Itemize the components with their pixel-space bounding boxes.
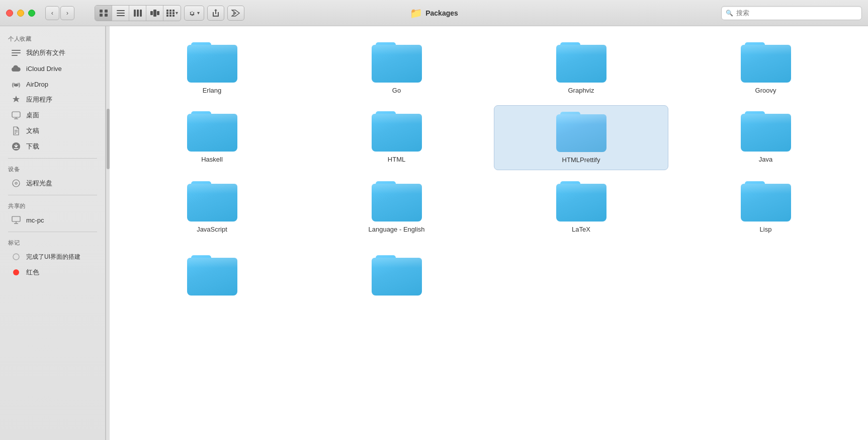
svg-rect-20 xyxy=(169,15,171,17)
folder-graphviz[interactable]: Graphviz xyxy=(494,36,668,100)
folder-javascript[interactable]: JavaScript xyxy=(125,175,299,239)
back-button[interactable]: ‹ xyxy=(45,6,59,20)
svg-rect-19 xyxy=(166,15,168,17)
list-view-button[interactable] xyxy=(112,6,129,21)
folder-lisp[interactable]: Lisp xyxy=(678,175,853,239)
close-button[interactable] xyxy=(6,10,13,17)
icon-view-button[interactable] xyxy=(95,6,112,21)
svg-rect-18 xyxy=(172,12,175,14)
svg-rect-37 xyxy=(12,216,20,222)
content-area: Erlang Go Graphviz xyxy=(110,26,868,440)
docs-icon xyxy=(11,126,21,136)
svg-point-26 xyxy=(15,84,18,87)
folder-groovy[interactable]: Groovy xyxy=(678,36,853,100)
computer-icon xyxy=(11,215,21,225)
svg-point-36 xyxy=(15,182,17,184)
folder-erlang-label: Erlang xyxy=(203,87,222,94)
folder-language-english[interactable]: Language - English xyxy=(309,175,484,239)
folder-erlang-icon xyxy=(187,42,237,83)
icloud-icon xyxy=(11,63,21,74)
folder-htmlprettify[interactable]: HTMLPrettify xyxy=(494,105,668,170)
folder-go[interactable]: Go xyxy=(309,36,484,100)
sidebar-item-tag-done[interactable]: 完成了UI界面的搭建 xyxy=(3,249,102,264)
sidebar-scrollbar[interactable] xyxy=(106,26,110,440)
tag-circle-gray-icon xyxy=(11,252,21,262)
gear-dropdown-button[interactable]: ▾ xyxy=(184,6,204,21)
svg-rect-10 xyxy=(150,11,153,15)
folder-java[interactable]: Java xyxy=(678,105,853,170)
toolbar-buttons: ▾ ▾ xyxy=(95,5,247,21)
sidebar-item-remote-disc[interactable]: 远程光盘 xyxy=(3,176,102,191)
columns-view-button[interactable] xyxy=(129,6,146,21)
scrollbar-thumb[interactable] xyxy=(107,109,110,169)
minimize-button[interactable] xyxy=(17,10,24,17)
folder-extra-1-icon xyxy=(187,255,237,296)
sidebar-item-icloud[interactable]: iCloud Drive xyxy=(3,61,102,76)
search-input[interactable] xyxy=(736,9,857,17)
svg-rect-0 xyxy=(100,10,103,13)
search-box[interactable]: 🔍 xyxy=(721,6,862,20)
downloads-icon xyxy=(11,141,21,152)
folder-java-icon xyxy=(741,111,791,152)
sidebar-item-downloads[interactable]: 下载 xyxy=(3,139,102,154)
folder-javascript-label: JavaScript xyxy=(197,226,227,233)
window-title-area: 📁 Packages xyxy=(410,7,458,19)
folder-haskell-icon xyxy=(187,111,237,152)
folder-html[interactable]: HTML xyxy=(309,105,484,170)
svg-rect-25 xyxy=(12,55,18,56)
folder-html-icon xyxy=(372,111,422,152)
disc-icon xyxy=(11,178,21,188)
apps-icon xyxy=(11,95,21,105)
folder-language-english-label: Language - English xyxy=(368,226,424,233)
forward-button[interactable]: › xyxy=(60,6,74,20)
svg-rect-15 xyxy=(172,10,175,12)
shared-section-title: 共享的 xyxy=(0,199,105,212)
folder-haskell-label: Haskell xyxy=(201,156,223,163)
sidebar-divider-3 xyxy=(8,232,97,232)
search-icon: 🔍 xyxy=(726,10,733,17)
airdrop-label: AirDrop xyxy=(26,81,48,88)
airdrop-icon xyxy=(11,79,21,89)
window-title: Packages xyxy=(425,9,458,17)
desktop-label: 桌面 xyxy=(26,111,39,120)
folder-htmlprettify-icon xyxy=(556,112,606,152)
folder-go-label: Go xyxy=(392,87,401,94)
folder-java-label: Java xyxy=(759,156,772,163)
remote-disc-label: 远程光盘 xyxy=(26,179,52,188)
cover-flow-button[interactable] xyxy=(146,6,163,21)
sidebar-item-docs[interactable]: 文稿 xyxy=(3,123,102,138)
sidebar-item-tag-red[interactable]: 红色 xyxy=(3,265,102,280)
folder-graphviz-icon xyxy=(556,42,606,83)
svg-rect-4 xyxy=(117,10,125,11)
svg-point-35 xyxy=(13,180,20,187)
folder-lisp-icon xyxy=(741,181,791,222)
svg-rect-1 xyxy=(105,10,108,13)
svg-rect-21 xyxy=(172,15,175,17)
favorites-section-title: 个人收藏 xyxy=(0,32,105,45)
folder-htmlprettify-label: HTMLPrettify xyxy=(562,156,600,164)
grid-view-button[interactable]: ▾ xyxy=(163,6,181,21)
mc-pc-label: mc-pc xyxy=(26,216,44,224)
desktop-icon xyxy=(11,110,21,120)
folder-extra-1[interactable] xyxy=(125,249,299,306)
apps-label: 应用程序 xyxy=(26,95,52,104)
folder-erlang[interactable]: Erlang xyxy=(125,36,299,100)
sidebar-item-mc-pc[interactable]: mc-pc xyxy=(3,212,102,228)
svg-rect-17 xyxy=(169,12,171,14)
maximize-button[interactable] xyxy=(28,10,35,17)
svg-rect-16 xyxy=(166,12,168,14)
folder-haskell[interactable]: Haskell xyxy=(125,105,299,170)
folder-extra-2[interactable] xyxy=(309,249,484,306)
svg-rect-5 xyxy=(117,13,125,14)
tag-button[interactable] xyxy=(227,6,244,21)
folder-latex[interactable]: LaTeX xyxy=(494,175,668,239)
sidebar-item-desktop[interactable]: 桌面 xyxy=(3,108,102,123)
sidebar-item-airdrop[interactable]: AirDrop xyxy=(3,77,102,92)
svg-rect-2 xyxy=(100,14,103,17)
folder-latex-label: LaTeX xyxy=(572,226,590,233)
share-button[interactable] xyxy=(207,6,224,21)
sidebar-item-apps[interactable]: 应用程序 xyxy=(3,92,102,107)
svg-rect-3 xyxy=(105,14,108,17)
sidebar-item-all-files[interactable]: 我的所有文件 xyxy=(3,45,102,60)
folder-javascript-icon xyxy=(187,181,237,222)
